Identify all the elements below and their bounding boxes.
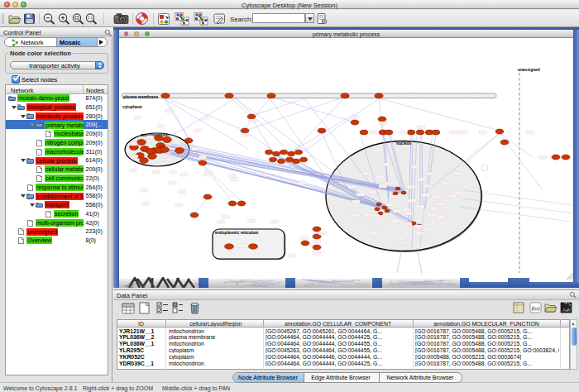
- svg-text:endoplasmic reticulum: endoplasmic reticulum: [215, 231, 258, 235]
- svg-text:unassigned: unassigned: [518, 68, 540, 72]
- svg-text:plasma membrane: plasma membrane: [123, 95, 158, 99]
- svg-text:1:1: 1:1: [88, 16, 93, 20]
- svg-text:mitochondrion: mitochondrion: [141, 133, 169, 137]
- svg-text:cytoplasm: cytoplasm: [122, 105, 142, 109]
- svg-text:Search:: Search:: [230, 16, 253, 23]
- svg-text:f(o): f(o): [531, 305, 540, 312]
- svg-text:nucleus: nucleus: [396, 141, 411, 146]
